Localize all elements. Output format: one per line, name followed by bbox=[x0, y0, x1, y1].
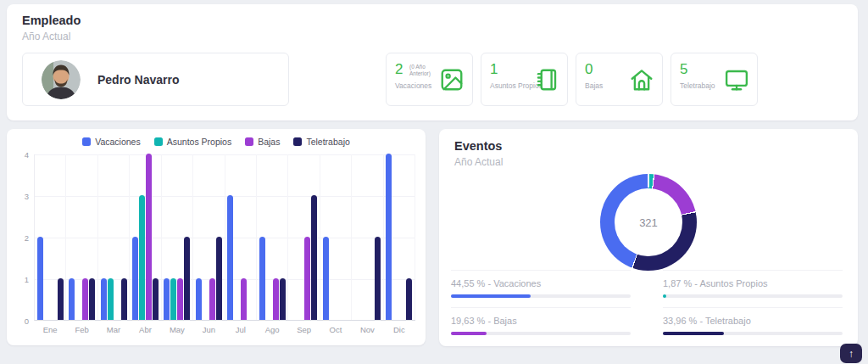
events-card: Eventos Año Actual 321 44,55 % - Vacacio… bbox=[439, 129, 858, 346]
legend-swatch bbox=[245, 137, 253, 146]
bar-vacaciones-ene[interactable] bbox=[37, 237, 43, 320]
month-group-may: May bbox=[162, 154, 193, 320]
bar-asuntos-propios-abr[interactable] bbox=[139, 195, 145, 320]
bar-teletrabajo-jun[interactable] bbox=[216, 237, 222, 320]
y-axis-tick-4: 4 bbox=[14, 150, 29, 160]
progress-label: 44,55 % - Vacaciones bbox=[451, 278, 631, 288]
month-group-jun: Jun bbox=[193, 154, 225, 320]
month-group-mar: Mar bbox=[98, 154, 130, 320]
stat-card-vacaciones: 2(0 Año Anterior)Vacaciones bbox=[386, 53, 473, 106]
image-icon bbox=[439, 67, 465, 92]
y-axis-tick-3: 3 bbox=[14, 192, 29, 201]
home-icon bbox=[629, 67, 654, 92]
stat-card-teletrabajo: 5Teletrabajo bbox=[670, 53, 758, 106]
bar-teletrabajo-dic[interactable] bbox=[406, 278, 412, 320]
progress-track bbox=[451, 332, 631, 335]
bar-vacaciones-mar[interactable] bbox=[101, 278, 107, 320]
progress-fill bbox=[663, 332, 724, 335]
bar-teletrabajo-may[interactable] bbox=[184, 237, 190, 320]
stat-value: 1 bbox=[490, 61, 498, 78]
donut-chart[interactable]: 321 bbox=[600, 174, 697, 271]
progress-label: 33,96 % - Teletrabajo bbox=[663, 316, 843, 326]
arrow-up-icon: ↑ bbox=[849, 348, 854, 360]
events-subtitle: Año Actual bbox=[454, 156, 503, 168]
legend-swatch bbox=[293, 137, 302, 146]
legend-item-teletrabajo[interactable]: Teletrabajo bbox=[293, 137, 349, 147]
stats-row: 2(0 Año Anterior)Vacaciones1Asuntos Prop… bbox=[386, 53, 758, 106]
bar-vacaciones-feb[interactable] bbox=[69, 278, 75, 320]
header-card: Empleado Año Actual Pedro Navarro 2(0 Añ… bbox=[7, 4, 858, 120]
legend-item-vacaciones[interactable]: Vacaciones bbox=[82, 137, 141, 147]
y-axis-tick-2: 2 bbox=[14, 233, 29, 243]
month-group-ago: Ago bbox=[257, 154, 288, 320]
bar-teletrabajo-abr[interactable] bbox=[153, 278, 159, 320]
bar-bajas-sep[interactable] bbox=[304, 237, 310, 320]
progress-label: 19,63 % - Bajas bbox=[451, 316, 631, 326]
month-group-nov: Nov bbox=[352, 154, 383, 320]
progress-fill bbox=[451, 294, 531, 298]
bar-bajas-abr[interactable] bbox=[146, 154, 152, 320]
bar-asuntos-propios-may[interactable] bbox=[170, 278, 176, 320]
stat-card-asuntos-propios: 1Asuntos Propios bbox=[481, 53, 568, 106]
progress-stat-vacaciones: 44,55 % - Vacaciones bbox=[451, 270, 631, 298]
bar-bajas-ago[interactable] bbox=[273, 278, 279, 320]
month-group-oct: Oct bbox=[320, 154, 352, 320]
progress-track bbox=[663, 294, 843, 298]
stat-value: 5 bbox=[680, 61, 687, 78]
progress-stat-bajas: 19,63 % - Bajas bbox=[451, 307, 631, 335]
bar-bajas-jul[interactable] bbox=[241, 278, 247, 320]
scroll-top-button[interactable]: ↑ bbox=[840, 344, 862, 363]
bar-teletrabajo-nov[interactable] bbox=[375, 237, 381, 320]
progress-stat-asuntos-propios: 1,87 % - Asuntos Propios bbox=[663, 270, 843, 298]
progress-track bbox=[451, 294, 631, 298]
bar-chart-legend: VacacionesAsuntos PropiosBajasTeletrabaj… bbox=[7, 137, 426, 147]
employee-card: Pedro Navarro bbox=[22, 53, 289, 106]
legend-label: Asuntos Propios bbox=[167, 137, 231, 147]
legend-item-bajas[interactable]: Bajas bbox=[245, 137, 280, 147]
events-stats: 44,55 % - Vacaciones1,87 % - Asuntos Pro… bbox=[451, 270, 843, 335]
monitor-icon bbox=[724, 67, 749, 92]
legend-label: Teletrabajo bbox=[306, 137, 349, 147]
bar-bajas-feb[interactable] bbox=[82, 278, 88, 320]
page-subtitle: Año Actual bbox=[22, 31, 70, 42]
progress-fill bbox=[663, 294, 666, 298]
bar-bajas-may[interactable] bbox=[177, 278, 183, 320]
bar-vacaciones-ago[interactable] bbox=[259, 237, 265, 320]
notebook-icon bbox=[534, 67, 559, 92]
bar-asuntos-propios-mar[interactable] bbox=[108, 278, 114, 320]
legend-item-asuntos-propios[interactable]: Asuntos Propios bbox=[154, 137, 231, 147]
bar-chart-card: VacacionesAsuntos PropiosBajasTeletrabaj… bbox=[7, 129, 426, 345]
stat-extra: (0 Año Anterior) bbox=[409, 64, 443, 78]
progress-track bbox=[663, 332, 843, 335]
stat-label: Bajas bbox=[585, 81, 603, 90]
bar-vacaciones-jun[interactable] bbox=[196, 278, 202, 320]
donut-center-value: 321 bbox=[615, 188, 682, 256]
bar-teletrabajo-ene[interactable] bbox=[58, 278, 64, 320]
month-group-dic: Dic bbox=[384, 154, 415, 320]
stat-label: Teletrabajo bbox=[680, 81, 715, 90]
page-title: Empleado bbox=[22, 14, 81, 27]
y-axis-tick-1: 1 bbox=[14, 275, 29, 284]
progress-stat-teletrabajo: 33,96 % - Teletrabajo bbox=[663, 307, 843, 335]
stat-value: 2 bbox=[395, 61, 403, 78]
bar-vacaciones-dic[interactable] bbox=[386, 154, 392, 320]
employee-name: Pedro Navarro bbox=[97, 73, 179, 87]
progress-fill bbox=[451, 332, 487, 335]
stat-label: Vacaciones bbox=[395, 81, 431, 90]
bar-plot: 01234EneFebMarAbrMayJunJulAgoSepOctNovDi… bbox=[34, 154, 415, 321]
stat-card-bajas: 0Bajas bbox=[576, 53, 663, 106]
bar-teletrabajo-ago[interactable] bbox=[280, 278, 286, 320]
legend-swatch bbox=[82, 137, 91, 146]
bar-vacaciones-abr[interactable] bbox=[132, 237, 138, 320]
bar-teletrabajo-mar[interactable] bbox=[121, 278, 127, 320]
month-group-jul: Jul bbox=[225, 154, 257, 320]
bar-vacaciones-may[interactable] bbox=[164, 278, 170, 320]
bar-vacaciones-jul[interactable] bbox=[227, 195, 233, 320]
bar-vacaciones-oct[interactable] bbox=[323, 237, 329, 320]
avatar bbox=[42, 60, 81, 99]
bar-bajas-jun[interactable] bbox=[209, 278, 215, 320]
legend-label: Vacaciones bbox=[95, 137, 141, 147]
bar-teletrabajo-feb[interactable] bbox=[89, 278, 95, 320]
events-title: Eventos bbox=[454, 139, 502, 153]
bar-teletrabajo-sep[interactable] bbox=[311, 195, 317, 320]
